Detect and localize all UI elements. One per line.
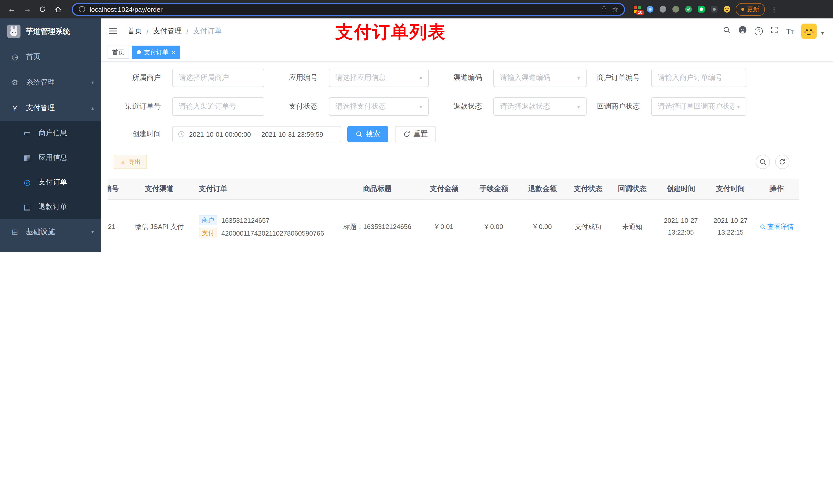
chevron-down-icon: ▾ xyxy=(577,104,580,110)
sidebar: 芋道管理系统 ◷首页⚙系统管理▾¥支付管理▴▭商户信息▦应用信息◎支付订单▤退款… xyxy=(0,19,101,252)
refresh-table-button[interactable] xyxy=(775,155,789,169)
order-icon: ◎ xyxy=(23,178,32,187)
column-header: 支付渠道 xyxy=(130,179,189,199)
annotation-text: 支付订单列表 xyxy=(336,21,446,44)
breadcrumb-item: 支付订单 xyxy=(193,26,222,35)
bookmark-star-icon[interactable]: ☆ xyxy=(612,5,618,13)
address-bar[interactable]: localhost:1024/pay/order ☆ xyxy=(72,3,625,16)
help-icon[interactable]: ? xyxy=(755,27,763,35)
extension-gray-icon[interactable] xyxy=(659,5,667,13)
filter-input[interactable]: 请选择所属商户 xyxy=(172,69,264,87)
filter-select[interactable]: 请选择支付状态▾ xyxy=(329,97,429,116)
date-range-input[interactable]: 2021-10-01 00:00:00 - 2021-10-31 23:59:5… xyxy=(172,126,341,142)
reset-button[interactable]: 重置 xyxy=(395,126,436,142)
date-start-value: 2021-10-01 00:00:00 xyxy=(189,130,251,138)
view-detail-link[interactable]: 查看详情 xyxy=(760,222,794,231)
hamburger-icon[interactable] xyxy=(106,27,119,35)
column-header: 支付订单 xyxy=(189,179,336,199)
sidebar-subitem[interactable]: ◎支付订单 xyxy=(0,170,101,195)
pay-order-no: 4200001174202110278060590766 xyxy=(221,229,324,237)
filter-label: 回调商户状态 xyxy=(587,102,640,111)
refund-amount: ¥ 0.00 xyxy=(533,223,552,231)
sidebar-item[interactable]: ¥支付管理▴ xyxy=(0,95,101,121)
column-header: 支付金额 xyxy=(419,179,469,199)
pay-amount: ¥ 0.01 xyxy=(435,223,453,231)
filter-select[interactable]: 请选择应用信息▾ xyxy=(329,69,429,87)
fullscreen-icon[interactable] xyxy=(771,26,779,36)
user-avatar[interactable] xyxy=(801,23,817,39)
sidebar-item[interactable]: ◷首页 xyxy=(0,44,101,70)
export-button[interactable]: 导出 xyxy=(114,155,147,169)
extension-dark-icon[interactable] xyxy=(710,5,718,13)
toggle-search-button[interactable] xyxy=(756,155,770,169)
extension-blue-icon[interactable] xyxy=(646,5,654,13)
sidebar-menu: ◷首页⚙系统管理▾¥支付管理▴▭商户信息▦应用信息◎支付订单▤退款订单⊞基础设施… xyxy=(0,44,101,252)
back-icon[interactable]: ← xyxy=(5,3,19,16)
extension-olive-icon[interactable] xyxy=(672,5,680,13)
dashboard-icon: ◷ xyxy=(10,52,20,62)
font-size-icon[interactable]: TT xyxy=(786,27,793,35)
column-header: 编号 xyxy=(108,179,130,199)
app-icon: ▦ xyxy=(23,153,32,162)
date-end-value: 2021-10-31 23:59:59 xyxy=(261,130,323,138)
search-icon[interactable] xyxy=(723,26,731,36)
main-area: 首页/支付管理/支付订单 ? TT ▾ 首页支付订单× 所属商户请选择所属商户应… xyxy=(101,19,833,252)
filter-label: 支付状态 xyxy=(264,102,318,111)
refund-icon: ▤ xyxy=(23,202,32,212)
tab-支付订单[interactable]: 支付订单× xyxy=(132,46,180,59)
sidebar-item[interactable]: ⊞基础设施▾ xyxy=(0,219,101,245)
reload-icon[interactable] xyxy=(36,3,49,16)
url-text: localhost:1024/pay/order xyxy=(90,5,163,13)
filter-label: 所属商户 xyxy=(108,73,161,82)
filter-input[interactable]: 请输入渠道订单号 xyxy=(172,97,264,116)
caret-down-icon[interactable]: ▾ xyxy=(821,30,824,35)
share-icon[interactable] xyxy=(601,6,608,13)
clock-icon xyxy=(178,130,185,138)
filter-select[interactable]: 请输入渠道编码▾ xyxy=(493,69,587,87)
extension-chat-icon[interactable] xyxy=(697,5,706,13)
breadcrumb-item[interactable]: 首页 xyxy=(127,26,142,35)
filter-label: 渠道订单号 xyxy=(108,102,161,111)
product-title: 标题：1635312124656 xyxy=(343,222,411,230)
breadcrumb-separator: / xyxy=(146,27,148,35)
filter-select[interactable]: 请选择订单回调商户状态▾ xyxy=(651,97,746,116)
column-header: 退款金额 xyxy=(519,179,567,199)
sidebar-subitem[interactable]: ▦应用信息 xyxy=(0,145,101,170)
chevron-down-icon: ▾ xyxy=(420,75,422,81)
browser-menu-icon[interactable]: ⋮ xyxy=(769,5,779,13)
merchant-tag: 商户 xyxy=(199,215,217,225)
extension-grid-icon[interactable]: 10 xyxy=(633,5,641,13)
column-header: 商品标题 xyxy=(336,179,419,199)
filter-label: 退款状态 xyxy=(429,102,482,111)
chevron-up-icon: ▴ xyxy=(91,105,94,111)
breadcrumb-item[interactable]: 支付管理 xyxy=(153,26,182,35)
extension-emoji-icon[interactable] xyxy=(723,5,731,13)
forward-icon[interactable]: → xyxy=(21,3,34,16)
browser-home-icon[interactable] xyxy=(51,3,65,16)
order-table: 编号支付渠道支付订单商品标题支付金额手续金额退款金额支付状态回调状态创建时间支付… xyxy=(108,179,799,252)
update-dot-icon xyxy=(741,8,744,11)
search-button[interactable]: 搜索 xyxy=(347,126,388,142)
sidebar-subitem[interactable]: ▤退款订单 xyxy=(0,195,101,219)
sidebar-subitem[interactable]: ▭商户信息 xyxy=(0,121,101,145)
sidebar-item[interactable]: ⚙系统管理▾ xyxy=(0,70,101,95)
extension-check-icon[interactable] xyxy=(685,5,693,13)
order-id: 21 xyxy=(108,223,116,231)
filter-label: 应用编号 xyxy=(264,73,318,82)
tab-首页[interactable]: 首页 xyxy=(108,46,129,59)
yen-icon: ¥ xyxy=(10,104,20,113)
date-filter-row: 创建时间 2021-10-01 00:00:00 - 2021-10-31 23… xyxy=(108,126,826,142)
logo[interactable]: 芋道管理系统 xyxy=(0,19,101,44)
chevron-down-icon: ▾ xyxy=(91,230,94,235)
site-info-icon[interactable] xyxy=(78,6,86,13)
sidebar-item[interactable]: ⚒研发工具▾ xyxy=(0,245,101,252)
gear-icon: ⚙ xyxy=(10,78,20,87)
pay-channel: 微信 JSAPI 支付 xyxy=(135,222,184,230)
filter-select[interactable]: 请选择退款状态▾ xyxy=(493,97,587,116)
github-icon[interactable] xyxy=(738,26,747,37)
filter-input[interactable]: 请输入商户订单编号 xyxy=(651,69,746,87)
table-header-row: 编号支付渠道支付订单商品标题支付金额手续金额退款金额支付状态回调状态创建时间支付… xyxy=(108,179,799,199)
close-icon[interactable]: × xyxy=(172,49,175,55)
browser-update-button[interactable]: 更新 xyxy=(736,3,765,16)
active-dot-icon xyxy=(137,50,141,54)
